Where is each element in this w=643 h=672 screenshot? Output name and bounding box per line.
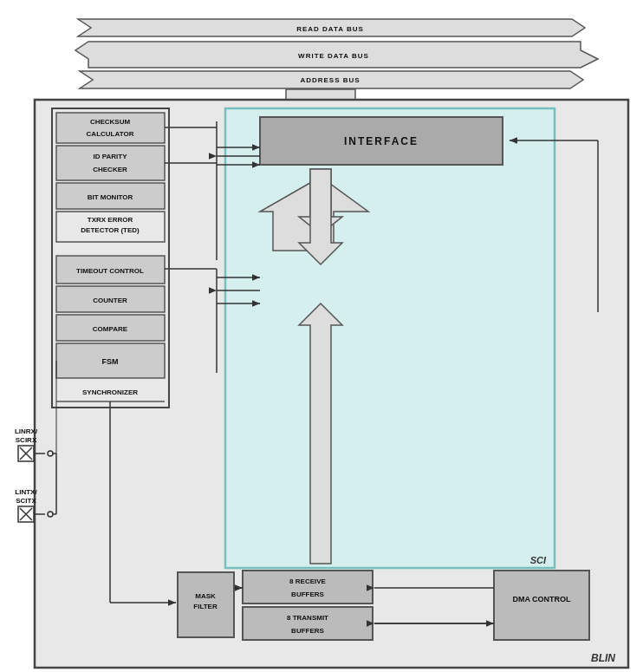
mask-filter-label2: FILTER — [193, 603, 218, 610]
txrx-error-detector-label: TXRX ERROR — [88, 216, 133, 224]
interface-label: INTERFACE — [344, 135, 419, 147]
svg-rect-45 — [243, 607, 373, 640]
write-data-bus-label: WRITE DATA BUS — [298, 52, 369, 60]
bit-monitor-label: BIT MONITOR — [88, 193, 133, 201]
lintx-scitx-label2: SCITX — [16, 497, 36, 505]
counter-label: COUNTER — [93, 297, 127, 304]
linrx-scirx-label: LINRX/ — [15, 427, 38, 435]
blin-label: BLIN — [591, 652, 615, 664]
mask-filter-label: MASK — [195, 592, 216, 600]
svg-rect-46 — [494, 571, 589, 640]
svg-rect-23 — [56, 146, 165, 180]
timeout-control-label: TIMEOUT CONTROL — [76, 267, 144, 275]
svg-rect-16 — [225, 108, 555, 568]
address-bus-label: ADDRESS BUS — [300, 76, 360, 84]
txrx-error-detector-label2: DETECTOR (TED) — [81, 226, 140, 234]
receive-buffers-label2: BUFFERS — [291, 590, 324, 598]
lintx-scitx-label: LINTX/ — [15, 488, 37, 496]
transmit-buffers-label: 8 TRANSMIT — [287, 614, 328, 622]
id-parity-checker-label2: CHECKER — [93, 166, 127, 173]
transmit-buffers-label2: BUFFERS — [291, 627, 324, 635]
synchronizer-label: SYNCHRONIZER — [82, 388, 138, 396]
read-data-bus-label: READ DATA BUS — [296, 25, 364, 33]
main-diagram-svg: READ DATA BUS WRITE DATA BUS ADDRESS BUS… — [9, 9, 643, 672]
id-parity-checker-label: ID PARITY — [94, 153, 128, 160]
diagram-container: READ DATA BUS WRITE DATA BUS ADDRESS BUS… — [0, 0, 643, 672]
svg-rect-44 — [243, 571, 373, 603]
receive-buffers-label: 8 RECEIVE — [289, 577, 326, 585]
sci-label: SCI — [530, 555, 547, 565]
linrx-scirx-label2: SCIRX — [16, 436, 37, 444]
dma-control-label: DMA CONTROL — [512, 595, 571, 603]
fsm-label: FSM — [102, 357, 119, 366]
checksum-calculator-label2: CALCULATOR — [87, 130, 134, 138]
checksum-calculator-label: CHECKSUM — [90, 118, 131, 126]
compare-label: COMPARE — [93, 325, 128, 333]
